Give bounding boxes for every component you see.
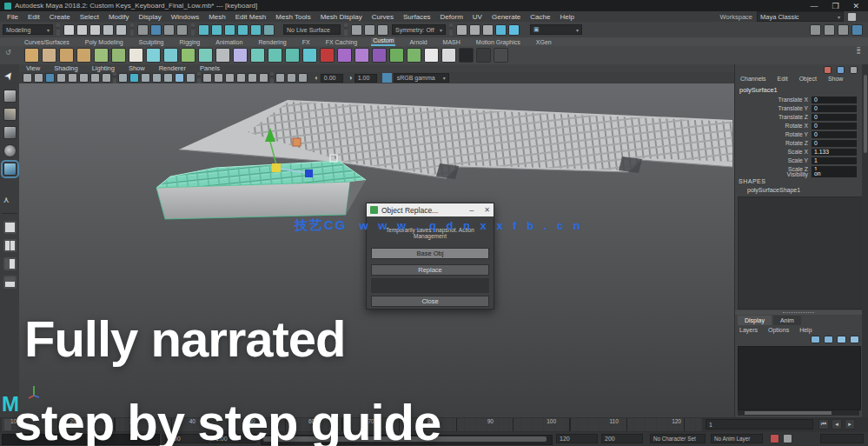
close-button[interactable]: ✕ (852, 2, 859, 10)
snap-curve-icon[interactable] (211, 24, 222, 36)
camera-attrs-icon[interactable] (45, 73, 55, 83)
last-tool-icon[interactable]: ⋏ (3, 195, 17, 208)
input-connections-icon[interactable] (351, 24, 362, 36)
field-chart-icon[interactable] (129, 73, 139, 83)
color-management-icon[interactable] (382, 73, 392, 83)
save-scene-icon[interactable] (89, 24, 101, 36)
wireframe-icon[interactable] (163, 73, 173, 83)
ipr-render-icon[interactable] (469, 24, 480, 36)
rotate-z-field[interactable]: 0 (812, 140, 857, 147)
gamma-icon[interactable]: ◑ (348, 74, 353, 82)
menu-modify[interactable]: Modify (109, 13, 129, 21)
new-anim-layer-icon[interactable] (837, 336, 846, 343)
translate-z-field[interactable]: 0 (812, 114, 857, 121)
shaded-icon[interactable] (175, 73, 184, 83)
select-camera-icon[interactable] (23, 73, 32, 83)
cb-object-menu[interactable]: Object (799, 76, 817, 82)
render-frame-icon[interactable] (456, 24, 467, 36)
layer-help-menu[interactable]: Help (799, 327, 812, 333)
shelf-texture-icon[interactable] (354, 48, 369, 63)
close-dialog-button[interactable]: Close (371, 296, 489, 307)
hypershade-icon[interactable] (824, 24, 835, 36)
render-view-icon[interactable] (495, 24, 507, 36)
dialog-minimize-button[interactable]: – (469, 206, 474, 215)
shelf-tab-mash[interactable]: MASH (441, 39, 462, 46)
open-scene-icon[interactable] (76, 24, 88, 36)
menu-edit-mesh[interactable]: Edit Mesh (235, 13, 267, 21)
use-all-lights-icon[interactable] (202, 73, 212, 83)
new-anim-layer-selected-icon[interactable] (850, 336, 859, 343)
shelf-plane-icon[interactable] (94, 48, 109, 63)
panel-menu-panels[interactable]: Panels (200, 64, 220, 72)
gate-mask-icon[interactable] (118, 73, 128, 83)
base-obj-button[interactable]: Base Obj (371, 248, 489, 259)
tab-display[interactable]: Display (738, 316, 772, 325)
panel-menu-show[interactable]: Show (129, 64, 145, 72)
xray-icon[interactable] (287, 73, 296, 83)
film-gate-icon[interactable] (90, 73, 100, 83)
shelf-page-icon[interactable] (441, 48, 456, 63)
tab-anim[interactable]: Anim (773, 316, 801, 325)
gamma-field[interactable]: 1.00 (354, 74, 377, 83)
shelf-booleans-icon[interactable] (146, 48, 161, 63)
cb-show-menu[interactable]: Show (828, 76, 844, 82)
menu-mesh-tools[interactable]: Mesh Tools (275, 13, 310, 21)
menu-create[interactable]: Create (50, 13, 70, 21)
shelf-ramp-icon[interactable] (372, 48, 387, 63)
character-selector-dropdown[interactable]: ▣▾ (530, 24, 582, 35)
select-hierarchy-icon[interactable] (137, 24, 149, 36)
menu-display[interactable]: Display (139, 13, 162, 21)
anim-layer-dropdown[interactable]: No Anim Layer (711, 434, 763, 443)
channel-box-toggle-icon[interactable] (851, 24, 863, 36)
menu-deform[interactable]: Deform (441, 13, 463, 21)
symmetry-dropdown[interactable]: Symmetry: Off▾ (392, 24, 446, 35)
shelf-grass-icon[interactable] (407, 48, 421, 63)
shelf-curve-icon[interactable] (181, 48, 195, 63)
layout-single-pane-button[interactable] (3, 221, 17, 234)
menu-select[interactable]: Select (80, 13, 99, 21)
menu-edit[interactable]: Edit (28, 13, 40, 21)
rotate-x-field[interactable]: 0 (812, 123, 857, 130)
channel-settings-icon[interactable] (850, 66, 858, 74)
safe-title-icon[interactable] (152, 73, 162, 83)
shelf-tab-animation[interactable]: Animation (214, 39, 244, 46)
snap-grid-icon[interactable] (198, 24, 209, 36)
menu-surfaces[interactable]: Surfaces (403, 13, 431, 21)
shelf-contrast-icon[interactable] (424, 48, 439, 63)
shelf-bridge-icon[interactable] (285, 48, 300, 63)
shelf-combine-icon[interactable] (163, 48, 178, 63)
menu-mesh[interactable]: Mesh (209, 13, 226, 21)
layers-menu[interactable]: Layers (739, 327, 758, 333)
translate-y-field[interactable]: 0 (812, 105, 857, 112)
status-divider[interactable] (449, 23, 453, 36)
shape-name[interactable]: polySurfaceShape1 (747, 187, 800, 193)
shelf-extrude-icon[interactable] (198, 48, 213, 63)
shelf-tab-xgen[interactable]: XGen (534, 39, 553, 46)
shelf-target-weld-icon[interactable] (268, 48, 282, 63)
safe-action-icon[interactable] (141, 73, 150, 83)
redo-icon[interactable] (116, 24, 127, 36)
workspace-dropdown[interactable]: Maya Classic▾ (757, 11, 844, 22)
shelf-menu-icon[interactable]: ≡≡ (857, 48, 865, 60)
object-name[interactable]: polySurface1 (739, 86, 778, 94)
status-divider[interactable] (56, 23, 60, 36)
exposure-field[interactable]: 0.00 (321, 74, 343, 83)
lasso-tool[interactable] (3, 90, 17, 103)
anim-prefs-icon[interactable] (783, 434, 792, 443)
move-tool[interactable] (3, 126, 17, 139)
play-forward-button[interactable]: ▸ (845, 419, 855, 429)
auto-key-icon[interactable] (770, 434, 779, 443)
menu-mesh-display[interactable]: Mesh Display (321, 13, 362, 21)
layout-four-pane-button[interactable] (3, 239, 17, 252)
menu-cache[interactable]: Cache (530, 13, 550, 21)
shelf-mocap-icon[interactable] (476, 48, 491, 63)
shelf-tab-rendering[interactable]: Rendering (256, 39, 288, 46)
visibility-field[interactable]: on (812, 170, 857, 177)
shelf-sphere-icon[interactable] (24, 48, 39, 63)
channel-hyperbolic-icon[interactable] (837, 66, 845, 74)
paint-select-tool[interactable] (3, 108, 17, 121)
rotate-y-field[interactable]: 0 (812, 131, 857, 138)
playback-end-field[interactable]: 120 (556, 434, 598, 443)
multisample-icon[interactable] (248, 73, 257, 83)
character-set-dropdown[interactable]: No Character Set (650, 434, 706, 443)
